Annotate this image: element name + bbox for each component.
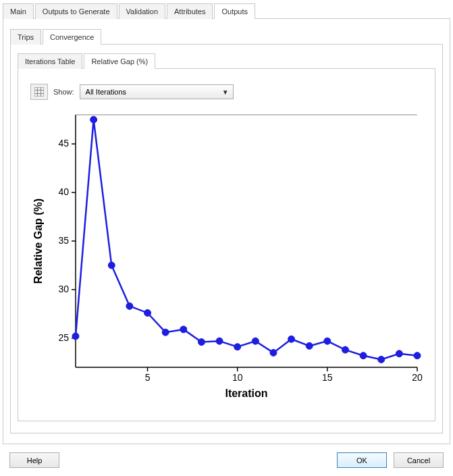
svg-point-47	[414, 352, 421, 359]
chart-toolbar: Show: All Iterations ▼	[24, 80, 429, 109]
tab-iterations-table[interactable]: Iterations Table	[18, 53, 82, 69]
cancel-button[interactable]: Cancel	[394, 452, 444, 468]
svg-text:45: 45	[58, 138, 69, 149]
svg-point-29	[90, 116, 97, 123]
relative-gap-panel: Show: All Iterations ▼ 25303540455101520…	[18, 69, 435, 421]
svg-text:Relative Gap (%): Relative Gap (%)	[32, 199, 44, 284]
svg-text:10: 10	[232, 372, 242, 383]
svg-rect-0	[34, 87, 44, 97]
svg-text:30: 30	[58, 284, 69, 294]
svg-point-32	[144, 309, 151, 316]
dropdown-value: All Iterations	[86, 88, 127, 96]
convergence-panel: Iterations Table Relative Gap (%)	[10, 45, 443, 433]
svg-text:20: 20	[412, 372, 423, 383]
svg-point-34	[180, 326, 186, 333]
svg-point-38	[252, 338, 259, 344]
ok-button[interactable]: OK	[337, 452, 387, 468]
tab-convergence[interactable]: Convergence	[43, 29, 101, 45]
svg-point-45	[377, 356, 384, 363]
svg-point-42	[323, 338, 330, 344]
tab-attributes[interactable]: Attributes	[167, 3, 213, 19]
svg-text:Iteration: Iteration	[225, 388, 267, 399]
svg-point-40	[288, 336, 294, 342]
main-tabs: Main Outputs to Generate Validation Attr…	[3, 3, 450, 19]
svg-point-39	[269, 349, 276, 356]
outputs-panel: Trips Convergence Iterations Table Relat…	[3, 19, 450, 444]
relative-gap-chart: 25303540455101520IterationRelative Gap (…	[28, 109, 425, 401]
svg-point-41	[306, 342, 313, 349]
svg-point-36	[216, 338, 223, 344]
svg-point-33	[162, 329, 169, 336]
show-label: Show:	[53, 88, 74, 96]
tab-validation[interactable]: Validation	[119, 3, 166, 19]
sub-tabs: Trips Convergence	[10, 28, 443, 45]
grid-icon	[34, 87, 44, 97]
svg-text:35: 35	[58, 235, 69, 246]
show-dropdown[interactable]: All Iterations ▼	[80, 84, 234, 99]
tab-relative-gap[interactable]: Relative Gap (%)	[84, 53, 155, 69]
svg-text:40: 40	[58, 186, 69, 197]
tab-trips[interactable]: Trips	[10, 29, 41, 45]
grid-view-button[interactable]	[30, 84, 48, 100]
tab-outputs[interactable]: Outputs	[214, 3, 255, 19]
svg-point-35	[198, 339, 205, 346]
svg-point-43	[342, 346, 348, 353]
dialog-buttons: Help OK Cancel	[0, 452, 453, 468]
chevron-down-icon: ▼	[222, 88, 229, 96]
inner-tabs: Iterations Table Relative Gap (%)	[18, 53, 435, 69]
svg-text:15: 15	[322, 372, 333, 383]
svg-point-37	[234, 344, 240, 350]
tab-outputs-to-generate[interactable]: Outputs to Generate	[35, 3, 117, 19]
svg-point-44	[360, 352, 367, 359]
svg-text:25: 25	[58, 332, 69, 343]
svg-point-46	[396, 350, 402, 357]
svg-text:5: 5	[144, 372, 150, 383]
svg-point-30	[108, 262, 115, 269]
help-button[interactable]: Help	[9, 452, 59, 468]
tab-main[interactable]: Main	[3, 3, 34, 19]
svg-point-28	[72, 333, 79, 340]
svg-point-31	[126, 302, 132, 309]
